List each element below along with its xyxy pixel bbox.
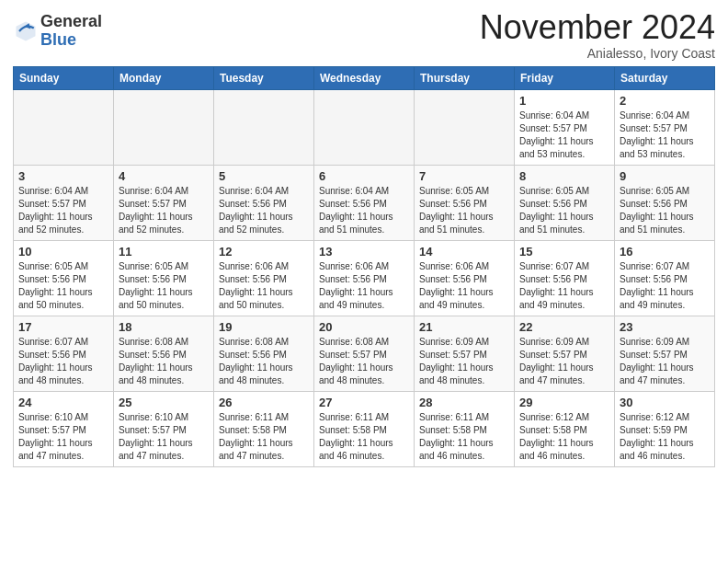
day-info: Sunrise: 6:11 AM Sunset: 5:58 PM Dayligh… xyxy=(319,411,409,463)
calendar-cell-1-5: 8Sunrise: 6:05 AM Sunset: 5:56 PM Daylig… xyxy=(515,165,615,240)
day-number: 17 xyxy=(18,320,108,334)
calendar-cell-1-4: 7Sunrise: 6:05 AM Sunset: 5:56 PM Daylig… xyxy=(415,165,515,240)
week-row-2: 3Sunrise: 6:04 AM Sunset: 5:57 PM Daylig… xyxy=(14,165,715,240)
day-info: Sunrise: 6:12 AM Sunset: 5:59 PM Dayligh… xyxy=(620,411,710,463)
col-friday: Friday xyxy=(515,66,615,89)
day-info: Sunrise: 6:10 AM Sunset: 5:57 PM Dayligh… xyxy=(18,411,108,463)
col-thursday: Thursday xyxy=(415,66,515,89)
calendar-cell-1-2: 5Sunrise: 6:04 AM Sunset: 5:56 PM Daylig… xyxy=(214,165,314,240)
day-info: Sunrise: 6:08 AM Sunset: 5:56 PM Dayligh… xyxy=(119,336,209,387)
day-number: 6 xyxy=(319,169,409,183)
day-info: Sunrise: 6:05 AM Sunset: 5:56 PM Dayligh… xyxy=(620,185,710,236)
logo-blue: Blue xyxy=(40,30,76,49)
calendar-cell-2-6: 16Sunrise: 6:07 AM Sunset: 5:56 PM Dayli… xyxy=(615,240,715,316)
col-sunday: Sunday xyxy=(14,66,114,89)
week-row-3: 10Sunrise: 6:05 AM Sunset: 5:56 PM Dayli… xyxy=(14,240,715,316)
day-info: Sunrise: 6:08 AM Sunset: 5:56 PM Dayligh… xyxy=(219,336,309,387)
day-info: Sunrise: 6:09 AM Sunset: 5:57 PM Dayligh… xyxy=(419,336,509,387)
calendar-cell-1-0: 3Sunrise: 6:04 AM Sunset: 5:57 PM Daylig… xyxy=(14,165,114,240)
logo-icon xyxy=(13,18,39,44)
day-number: 27 xyxy=(319,396,409,409)
calendar-cell-0-4 xyxy=(415,89,515,165)
week-row-1: 1Sunrise: 6:04 AM Sunset: 5:57 PM Daylig… xyxy=(14,89,715,165)
calendar-cell-2-3: 13Sunrise: 6:06 AM Sunset: 5:56 PM Dayli… xyxy=(314,240,415,316)
day-number: 26 xyxy=(219,396,309,409)
day-number: 2 xyxy=(620,94,710,108)
calendar-body: 1Sunrise: 6:04 AM Sunset: 5:57 PM Daylig… xyxy=(14,89,715,466)
day-info: Sunrise: 6:05 AM Sunset: 5:56 PM Dayligh… xyxy=(519,185,609,236)
calendar-cell-1-6: 9Sunrise: 6:05 AM Sunset: 5:56 PM Daylig… xyxy=(615,165,715,240)
calendar-cell-0-6: 2Sunrise: 6:04 AM Sunset: 5:57 PM Daylig… xyxy=(615,89,715,165)
day-info: Sunrise: 6:06 AM Sunset: 5:56 PM Dayligh… xyxy=(219,260,309,312)
day-number: 12 xyxy=(219,245,309,259)
calendar-cell-3-1: 18Sunrise: 6:08 AM Sunset: 5:56 PM Dayli… xyxy=(114,316,214,391)
day-number: 14 xyxy=(419,245,509,259)
day-number: 7 xyxy=(419,169,509,183)
calendar-header: Sunday Monday Tuesday Wednesday Thursday… xyxy=(14,66,715,89)
day-number: 29 xyxy=(519,396,609,409)
day-number: 24 xyxy=(18,396,108,409)
calendar-cell-3-3: 20Sunrise: 6:08 AM Sunset: 5:57 PM Dayli… xyxy=(314,316,415,391)
week-row-5: 24Sunrise: 6:10 AM Sunset: 5:57 PM Dayli… xyxy=(14,391,715,466)
calendar-cell-3-2: 19Sunrise: 6:08 AM Sunset: 5:56 PM Dayli… xyxy=(214,316,314,391)
day-number: 4 xyxy=(119,169,209,183)
day-number: 1 xyxy=(519,94,609,108)
day-info: Sunrise: 6:05 AM Sunset: 5:56 PM Dayligh… xyxy=(419,185,509,236)
calendar-cell-0-3 xyxy=(314,89,415,165)
col-wednesday: Wednesday xyxy=(314,66,415,89)
calendar-cell-0-0 xyxy=(14,89,114,165)
calendar-cell-0-5: 1Sunrise: 6:04 AM Sunset: 5:57 PM Daylig… xyxy=(515,89,615,165)
logo: General Blue xyxy=(13,13,102,50)
calendar-cell-2-2: 12Sunrise: 6:06 AM Sunset: 5:56 PM Dayli… xyxy=(214,240,314,316)
day-info: Sunrise: 6:04 AM Sunset: 5:57 PM Dayligh… xyxy=(620,109,710,161)
week-row-4: 17Sunrise: 6:07 AM Sunset: 5:56 PM Dayli… xyxy=(14,316,715,391)
day-number: 28 xyxy=(419,396,509,409)
calendar-cell-4-4: 28Sunrise: 6:11 AM Sunset: 5:58 PM Dayli… xyxy=(415,391,515,466)
logo-text: General Blue xyxy=(40,13,102,50)
month-title: November 2024 xyxy=(480,9,715,46)
day-number: 19 xyxy=(219,320,309,334)
day-number: 8 xyxy=(519,169,609,183)
day-info: Sunrise: 6:08 AM Sunset: 5:57 PM Dayligh… xyxy=(319,336,409,387)
col-monday: Monday xyxy=(114,66,214,89)
logo-general: General xyxy=(40,12,102,30)
title-block: November 2024 Anialesso, Ivory Coast xyxy=(480,9,715,61)
day-info: Sunrise: 6:09 AM Sunset: 5:57 PM Dayligh… xyxy=(519,336,609,387)
day-info: Sunrise: 6:04 AM Sunset: 5:56 PM Dayligh… xyxy=(219,185,309,236)
day-info: Sunrise: 6:06 AM Sunset: 5:56 PM Dayligh… xyxy=(319,260,409,312)
calendar-cell-2-5: 15Sunrise: 6:07 AM Sunset: 5:56 PM Dayli… xyxy=(515,240,615,316)
calendar-cell-3-4: 21Sunrise: 6:09 AM Sunset: 5:57 PM Dayli… xyxy=(415,316,515,391)
page: General Blue November 2024 Anialesso, Iv… xyxy=(0,0,728,480)
day-info: Sunrise: 6:11 AM Sunset: 5:58 PM Dayligh… xyxy=(419,411,509,463)
day-info: Sunrise: 6:09 AM Sunset: 5:57 PM Dayligh… xyxy=(620,336,710,387)
calendar-cell-1-3: 6Sunrise: 6:04 AM Sunset: 5:56 PM Daylig… xyxy=(314,165,415,240)
header: General Blue November 2024 Anialesso, Iv… xyxy=(13,9,715,61)
day-number: 30 xyxy=(620,396,710,409)
calendar-cell-3-5: 22Sunrise: 6:09 AM Sunset: 5:57 PM Dayli… xyxy=(515,316,615,391)
header-row: Sunday Monday Tuesday Wednesday Thursday… xyxy=(14,66,715,89)
day-number: 9 xyxy=(620,169,710,183)
day-number: 11 xyxy=(119,245,209,259)
svg-marker-0 xyxy=(17,21,36,40)
calendar-cell-2-1: 11Sunrise: 6:05 AM Sunset: 5:56 PM Dayli… xyxy=(114,240,214,316)
calendar-cell-4-2: 26Sunrise: 6:11 AM Sunset: 5:58 PM Dayli… xyxy=(214,391,314,466)
calendar-cell-1-1: 4Sunrise: 6:04 AM Sunset: 5:57 PM Daylig… xyxy=(114,165,214,240)
day-number: 20 xyxy=(319,320,409,334)
calendar-cell-4-1: 25Sunrise: 6:10 AM Sunset: 5:57 PM Dayli… xyxy=(114,391,214,466)
col-tuesday: Tuesday xyxy=(214,66,314,89)
calendar-cell-2-4: 14Sunrise: 6:06 AM Sunset: 5:56 PM Dayli… xyxy=(415,240,515,316)
col-saturday: Saturday xyxy=(615,66,715,89)
location: Anialesso, Ivory Coast xyxy=(480,46,715,61)
day-info: Sunrise: 6:04 AM Sunset: 5:56 PM Dayligh… xyxy=(319,185,409,236)
calendar-cell-3-0: 17Sunrise: 6:07 AM Sunset: 5:56 PM Dayli… xyxy=(14,316,114,391)
calendar-table: Sunday Monday Tuesday Wednesday Thursday… xyxy=(13,66,715,467)
calendar-cell-0-1 xyxy=(114,89,214,165)
calendar-cell-4-5: 29Sunrise: 6:12 AM Sunset: 5:58 PM Dayli… xyxy=(515,391,615,466)
day-info: Sunrise: 6:07 AM Sunset: 5:56 PM Dayligh… xyxy=(18,336,108,387)
day-number: 25 xyxy=(119,396,209,409)
day-info: Sunrise: 6:07 AM Sunset: 5:56 PM Dayligh… xyxy=(519,260,609,312)
day-info: Sunrise: 6:06 AM Sunset: 5:56 PM Dayligh… xyxy=(419,260,509,312)
day-info: Sunrise: 6:05 AM Sunset: 5:56 PM Dayligh… xyxy=(119,260,209,312)
calendar-cell-3-6: 23Sunrise: 6:09 AM Sunset: 5:57 PM Dayli… xyxy=(615,316,715,391)
day-info: Sunrise: 6:11 AM Sunset: 5:58 PM Dayligh… xyxy=(219,411,309,463)
